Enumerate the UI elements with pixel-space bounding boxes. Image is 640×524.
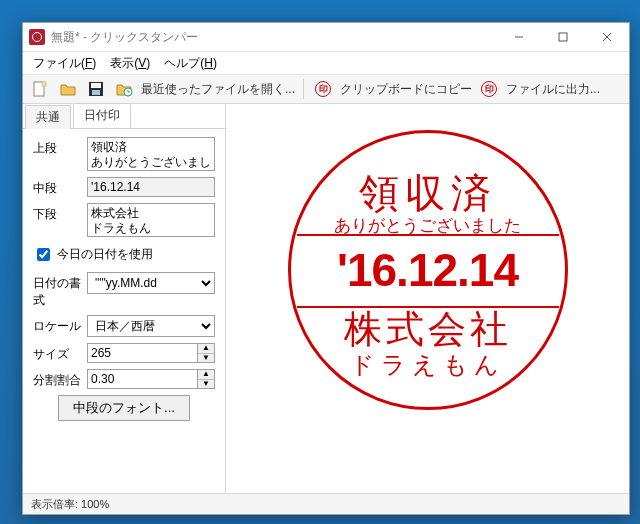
body: 共通 日付印 上段 領収済 ありがとうございました 中段 下段 株式会社 ドラえ… (23, 104, 629, 493)
svg-rect-4 (91, 83, 101, 88)
tab-common[interactable]: 共通 (25, 105, 71, 129)
chevron-down-icon[interactable]: ▼ (198, 354, 214, 363)
save-button[interactable] (85, 78, 107, 100)
menu-bar: ファイル(F) 表示(V) ヘルプ(H) (23, 52, 629, 75)
spinner-ratio[interactable]: ▲▼ (197, 369, 215, 389)
input-size-field[interactable] (87, 343, 197, 363)
window-buttons (497, 23, 629, 51)
stamp-top: 領収済 ありがとうございました (291, 143, 565, 234)
label-size: サイズ (33, 343, 81, 363)
minimize-button[interactable] (497, 23, 541, 51)
status-bar: 表示倍率: 100% (23, 493, 629, 514)
toolbar-separator (303, 79, 304, 99)
copy-stamp-button[interactable] (312, 78, 334, 100)
stamp-bot-line2: ドラえもん (350, 353, 505, 377)
input-top[interactable]: 領収済 ありがとうございました (87, 137, 215, 171)
new-button[interactable] (29, 78, 51, 100)
svg-rect-2 (42, 82, 46, 86)
menu-file[interactable]: ファイル(F) (33, 55, 96, 72)
checkbox-use-today[interactable]: 今日の日付を使用 (33, 243, 215, 266)
window-title: 無題* - クリックスタンパー (51, 29, 497, 46)
stamp-date: '16.12.14 (337, 243, 518, 297)
svg-rect-0 (559, 33, 567, 41)
select-date-format[interactable]: "'"yy.MM.dd (87, 272, 215, 294)
stamp-icon (314, 80, 332, 98)
form: 上段 領収済 ありがとうございました 中段 下段 株式会社 ドラえもん 今日の日… (23, 129, 225, 429)
stamp-mid: '16.12.14 (291, 234, 565, 305)
mid-font-button[interactable]: 中段のフォント... (58, 395, 190, 421)
menu-help[interactable]: ヘルプ(H) (164, 55, 217, 72)
output-stamp-button[interactable] (478, 78, 500, 100)
tab-date-stamp[interactable]: 日付印 (73, 103, 131, 128)
open-button[interactable] (57, 78, 79, 100)
app-window: 無題* - クリックスタンパー ファイル(F) 表示(V) ヘルプ(H) 最近使… (22, 22, 630, 515)
tab-strip: 共通 日付印 (23, 104, 225, 129)
maximize-button[interactable] (541, 23, 585, 51)
side-panel: 共通 日付印 上段 領収済 ありがとうございました 中段 下段 株式会社 ドラえ… (23, 104, 226, 493)
chevron-down-icon[interactable]: ▼ (198, 380, 214, 389)
copy-label[interactable]: クリップボードにコピー (340, 81, 472, 98)
label-locale: ロケール (33, 315, 81, 335)
checkbox-use-today-box[interactable] (37, 248, 50, 261)
label-top: 上段 (33, 137, 81, 157)
stamp-bot: 株式会社 ドラえもん (291, 306, 565, 399)
input-ratio[interactable]: ▲▼ (87, 369, 215, 389)
stamp-top-line2: ありがとうございました (334, 218, 521, 235)
preview-pane: 領収済 ありがとうございました '16.12.14 株式会社 ドラえもん (226, 104, 629, 493)
select-locale[interactable]: 日本／西暦 (87, 315, 215, 337)
checkbox-use-today-label: 今日の日付を使用 (57, 246, 153, 263)
input-size[interactable]: ▲▼ (87, 343, 215, 363)
stamp-preview: 領収済 ありがとうございました '16.12.14 株式会社 ドラえもん (288, 130, 568, 410)
input-bot[interactable]: 株式会社 ドラえもん (87, 203, 215, 237)
label-ratio: 分割割合 (33, 369, 81, 389)
title-bar: 無題* - クリックスタンパー (23, 23, 629, 52)
stamp-top-line1: 領収済 (359, 174, 497, 214)
toolbar: 最近使ったファイルを開く... クリップボードにコピー ファイルに出力... (23, 75, 629, 104)
label-mid: 中段 (33, 177, 81, 197)
menu-view[interactable]: 表示(V) (110, 55, 150, 72)
recent-button[interactable] (113, 78, 135, 100)
svg-rect-5 (92, 90, 100, 95)
label-date-format: 日付の書式 (33, 272, 81, 309)
stamp-bot-line1: 株式会社 (344, 310, 512, 348)
spinner-size[interactable]: ▲▼ (197, 343, 215, 363)
stamp-icon (480, 80, 498, 98)
close-button[interactable] (585, 23, 629, 51)
recent-label[interactable]: 最近使ったファイルを開く... (141, 81, 295, 98)
label-bot: 下段 (33, 203, 81, 223)
input-mid (87, 177, 215, 197)
output-label[interactable]: ファイルに出力... (506, 81, 600, 98)
input-ratio-field[interactable] (87, 369, 197, 389)
zoom-label: 表示倍率: 100% (31, 497, 109, 512)
app-icon (29, 29, 45, 45)
